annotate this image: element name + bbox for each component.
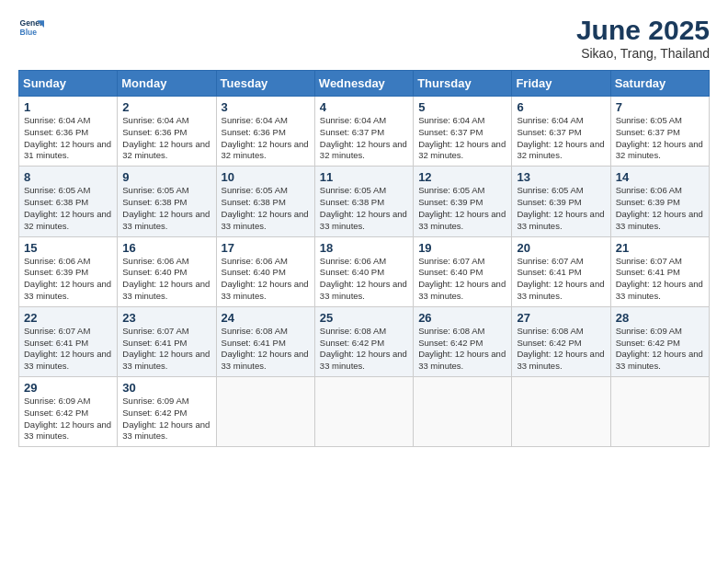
table-row	[314, 377, 413, 447]
table-row: 29Sunrise: 6:09 AMSunset: 6:42 PMDayligh…	[19, 377, 118, 447]
day-info: Sunrise: 6:04 AMSunset: 6:36 PMDaylight:…	[222, 115, 310, 162]
day-info: Sunrise: 6:06 AMSunset: 6:40 PMDaylight:…	[320, 256, 408, 303]
day-number: 3	[222, 100, 310, 114]
table-row: 6Sunrise: 6:04 AMSunset: 6:37 PMDaylight…	[512, 97, 610, 167]
table-row: 8Sunrise: 6:05 AMSunset: 6:38 PMDaylight…	[19, 167, 118, 236]
table-row: 15Sunrise: 6:06 AMSunset: 6:39 PMDayligh…	[19, 236, 118, 306]
day-info: Sunrise: 6:04 AMSunset: 6:37 PMDaylight:…	[418, 115, 506, 162]
table-row: 12Sunrise: 6:05 AMSunset: 6:39 PMDayligh…	[414, 167, 512, 236]
day-info: Sunrise: 6:04 AMSunset: 6:37 PMDaylight:…	[320, 115, 408, 162]
day-info: Sunrise: 6:06 AMSunset: 6:39 PMDaylight:…	[24, 256, 112, 303]
header-tuesday: Tuesday	[216, 71, 314, 97]
day-number: 14	[616, 170, 704, 184]
table-row	[414, 377, 512, 447]
table-row: 10Sunrise: 6:05 AMSunset: 6:38 PMDayligh…	[216, 167, 314, 236]
table-row: 24Sunrise: 6:08 AMSunset: 6:41 PMDayligh…	[216, 306, 314, 376]
day-info: Sunrise: 6:06 AMSunset: 6:40 PMDaylight:…	[222, 256, 310, 303]
general-blue-logo-icon: General Blue	[18, 15, 44, 40]
table-row: 4Sunrise: 6:04 AMSunset: 6:37 PMDaylight…	[314, 97, 413, 167]
table-row: 1Sunrise: 6:04 AMSunset: 6:36 PMDaylight…	[19, 97, 118, 167]
day-number: 10	[222, 170, 310, 184]
day-number: 13	[517, 170, 605, 184]
table-row: 21Sunrise: 6:07 AMSunset: 6:41 PMDayligh…	[610, 236, 709, 306]
day-info: Sunrise: 6:08 AMSunset: 6:42 PMDaylight:…	[418, 326, 506, 373]
day-info: Sunrise: 6:07 AMSunset: 6:41 PMDaylight:…	[122, 326, 210, 373]
day-number: 21	[616, 241, 704, 255]
day-info: Sunrise: 6:07 AMSunset: 6:40 PMDaylight:…	[418, 256, 506, 303]
day-number: 25	[320, 311, 408, 325]
day-number: 23	[122, 311, 210, 325]
day-number: 19	[418, 241, 506, 255]
day-number: 20	[517, 241, 605, 255]
day-number: 9	[122, 170, 210, 184]
table-row: 17Sunrise: 6:06 AMSunset: 6:40 PMDayligh…	[216, 236, 314, 306]
calendar-week-row: 15Sunrise: 6:06 AMSunset: 6:39 PMDayligh…	[19, 236, 710, 306]
table-row: 2Sunrise: 6:04 AMSunset: 6:36 PMDaylight…	[118, 97, 216, 167]
page: General Blue June 2025 Sikao, Trang, Tha…	[0, 0, 728, 563]
day-number: 17	[222, 241, 310, 255]
day-info: Sunrise: 6:05 AMSunset: 6:38 PMDaylight:…	[222, 185, 310, 232]
header-wednesday: Wednesday	[314, 71, 413, 97]
header-monday: Monday	[118, 71, 216, 97]
day-number: 1	[24, 100, 112, 114]
calendar-week-row: 29Sunrise: 6:09 AMSunset: 6:42 PMDayligh…	[19, 377, 710, 447]
day-number: 22	[24, 311, 112, 325]
day-info: Sunrise: 6:06 AMSunset: 6:39 PMDaylight:…	[616, 185, 704, 232]
table-row: 26Sunrise: 6:08 AMSunset: 6:42 PMDayligh…	[414, 306, 512, 376]
table-row: 14Sunrise: 6:06 AMSunset: 6:39 PMDayligh…	[610, 167, 709, 236]
table-row: 18Sunrise: 6:06 AMSunset: 6:40 PMDayligh…	[314, 236, 413, 306]
table-row	[216, 377, 314, 447]
day-info: Sunrise: 6:05 AMSunset: 6:38 PMDaylight:…	[320, 185, 408, 232]
day-info: Sunrise: 6:09 AMSunset: 6:42 PMDaylight:…	[122, 396, 210, 442]
title-block: June 2025 Sikao, Trang, Thailand	[576, 15, 710, 61]
day-number: 2	[122, 100, 210, 114]
table-row: 16Sunrise: 6:06 AMSunset: 6:40 PMDayligh…	[118, 236, 216, 306]
day-number: 28	[616, 311, 704, 325]
day-number: 8	[24, 170, 112, 184]
table-row: 9Sunrise: 6:05 AMSunset: 6:38 PMDaylight…	[118, 167, 216, 236]
day-number: 5	[418, 100, 506, 114]
header-sunday: Sunday	[19, 71, 118, 97]
header-friday: Friday	[512, 71, 610, 97]
header: General Blue June 2025 Sikao, Trang, Tha…	[18, 15, 710, 61]
day-number: 30	[122, 381, 210, 395]
calendar-week-row: 1Sunrise: 6:04 AMSunset: 6:36 PMDaylight…	[19, 97, 710, 167]
table-row: 13Sunrise: 6:05 AMSunset: 6:39 PMDayligh…	[512, 167, 610, 236]
day-number: 27	[517, 311, 605, 325]
table-row	[512, 377, 610, 447]
table-row: 3Sunrise: 6:04 AMSunset: 6:36 PMDaylight…	[216, 97, 314, 167]
day-info: Sunrise: 6:04 AMSunset: 6:36 PMDaylight:…	[122, 115, 210, 162]
table-row: 19Sunrise: 6:07 AMSunset: 6:40 PMDayligh…	[414, 236, 512, 306]
day-info: Sunrise: 6:08 AMSunset: 6:42 PMDaylight:…	[320, 326, 408, 373]
day-number: 12	[418, 170, 506, 184]
table-row: 20Sunrise: 6:07 AMSunset: 6:41 PMDayligh…	[512, 236, 610, 306]
svg-text:Blue: Blue	[20, 28, 38, 37]
day-info: Sunrise: 6:07 AMSunset: 6:41 PMDaylight:…	[24, 326, 112, 373]
day-number: 16	[122, 241, 210, 255]
day-info: Sunrise: 6:09 AMSunset: 6:42 PMDaylight:…	[616, 326, 704, 373]
table-row: 27Sunrise: 6:08 AMSunset: 6:42 PMDayligh…	[512, 306, 610, 376]
day-number: 26	[418, 311, 506, 325]
day-info: Sunrise: 6:06 AMSunset: 6:40 PMDaylight:…	[122, 256, 210, 303]
table-row: 7Sunrise: 6:05 AMSunset: 6:37 PMDaylight…	[610, 97, 709, 167]
calendar-table: Sunday Monday Tuesday Wednesday Thursday…	[18, 70, 710, 447]
day-info: Sunrise: 6:05 AMSunset: 6:37 PMDaylight:…	[616, 115, 704, 162]
day-number: 6	[517, 100, 605, 114]
calendar-week-row: 22Sunrise: 6:07 AMSunset: 6:41 PMDayligh…	[19, 306, 710, 376]
day-number: 4	[320, 100, 408, 114]
day-info: Sunrise: 6:04 AMSunset: 6:37 PMDaylight:…	[517, 115, 605, 162]
day-number: 29	[24, 381, 112, 395]
subtitle: Sikao, Trang, Thailand	[576, 46, 710, 61]
header-saturday: Saturday	[610, 71, 709, 97]
calendar-header-row: Sunday Monday Tuesday Wednesday Thursday…	[19, 71, 710, 97]
day-info: Sunrise: 6:07 AMSunset: 6:41 PMDaylight:…	[517, 256, 605, 303]
day-info: Sunrise: 6:07 AMSunset: 6:41 PMDaylight:…	[616, 256, 704, 303]
table-row: 23Sunrise: 6:07 AMSunset: 6:41 PMDayligh…	[118, 306, 216, 376]
logo: General Blue	[18, 15, 44, 40]
table-row: 25Sunrise: 6:08 AMSunset: 6:42 PMDayligh…	[314, 306, 413, 376]
day-number: 15	[24, 241, 112, 255]
day-info: Sunrise: 6:05 AMSunset: 6:38 PMDaylight:…	[122, 185, 210, 232]
day-info: Sunrise: 6:09 AMSunset: 6:42 PMDaylight:…	[24, 396, 112, 442]
table-row: 5Sunrise: 6:04 AMSunset: 6:37 PMDaylight…	[414, 97, 512, 167]
main-title: June 2025	[576, 15, 710, 46]
